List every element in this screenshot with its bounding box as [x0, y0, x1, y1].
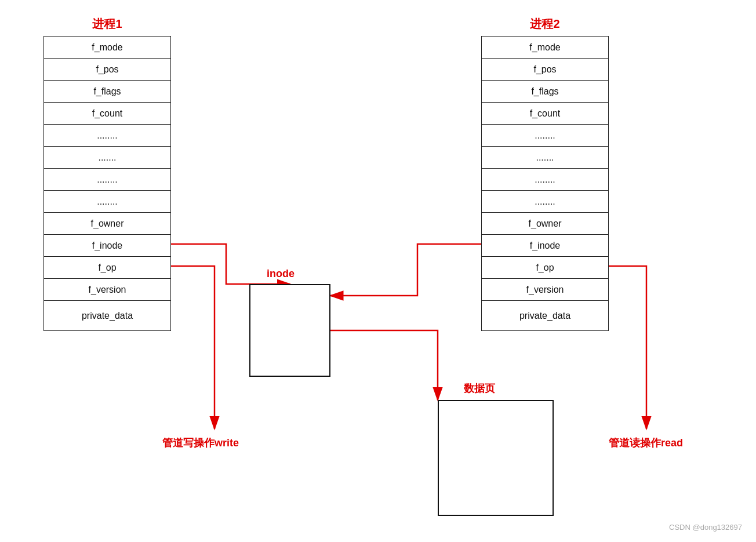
table-row: f_op: [44, 257, 171, 279]
cell: f_op: [482, 257, 609, 279]
cell: f_flags: [44, 81, 171, 103]
cell: .......: [44, 147, 171, 169]
cell: f_pos: [44, 59, 171, 81]
cell: .......: [482, 147, 609, 169]
cell: f_version: [482, 279, 609, 301]
inode-box: [249, 284, 330, 377]
table-row: f_version: [482, 279, 609, 301]
table-row: f_op: [482, 257, 609, 279]
cell: f_op: [44, 257, 171, 279]
table-row: ........: [482, 125, 609, 147]
table-row: ........: [482, 169, 609, 191]
table-row: f_pos: [482, 59, 609, 81]
cell: ........: [482, 125, 609, 147]
table-row: f_flags: [44, 81, 171, 103]
cell: ........: [482, 169, 609, 191]
table-row: .......: [44, 147, 171, 169]
table-row: .......: [482, 147, 609, 169]
process1-label: 进程1: [43, 16, 171, 32]
process2-table: f_mode f_pos f_flags f_count ........ ..…: [481, 36, 609, 331]
watermark: CSDN @dong132697: [669, 523, 742, 532]
process2-label: 进程2: [481, 16, 609, 32]
cell: ........: [44, 191, 171, 213]
data-page-label: 数据页: [464, 381, 495, 395]
table-row: private_data: [44, 301, 171, 331]
table-row: f_pos: [44, 59, 171, 81]
table-row: f_owner: [482, 213, 609, 235]
cell: f_count: [44, 103, 171, 125]
table-row: f_mode: [482, 37, 609, 59]
table-row: ........: [44, 125, 171, 147]
cell: f_version: [44, 279, 171, 301]
read-label: 管道读操作read: [609, 436, 683, 450]
cell: f_flags: [482, 81, 609, 103]
table-row: f_count: [44, 103, 171, 125]
cell: private_data: [44, 301, 171, 331]
table-row: f_flags: [482, 81, 609, 103]
cell: f_owner: [44, 213, 171, 235]
write-label: 管道写操作write: [162, 436, 239, 450]
table-row: ........: [482, 191, 609, 213]
cell: ........: [482, 191, 609, 213]
data-page-box: [438, 400, 554, 516]
inode-label: inode: [267, 268, 295, 280]
cell: f_owner: [482, 213, 609, 235]
table-row: f_owner: [44, 213, 171, 235]
cell: f_mode: [482, 37, 609, 59]
process1-table: f_mode f_pos f_flags f_count ........ ..…: [43, 36, 171, 331]
table-row: f_inode: [482, 235, 609, 257]
cell: private_data: [482, 301, 609, 331]
table-row: ........: [44, 169, 171, 191]
table-row: f_version: [44, 279, 171, 301]
cell: ........: [44, 125, 171, 147]
table-row: f_mode: [44, 37, 171, 59]
table-row: f_count: [482, 103, 609, 125]
cell: f_mode: [44, 37, 171, 59]
table-row: f_inode: [44, 235, 171, 257]
table-row: private_data: [482, 301, 609, 331]
cell: f_inode: [44, 235, 171, 257]
cell: f_count: [482, 103, 609, 125]
cell: ........: [44, 169, 171, 191]
cell: f_pos: [482, 59, 609, 81]
cell: f_inode: [482, 235, 609, 257]
table-row: ........: [44, 191, 171, 213]
